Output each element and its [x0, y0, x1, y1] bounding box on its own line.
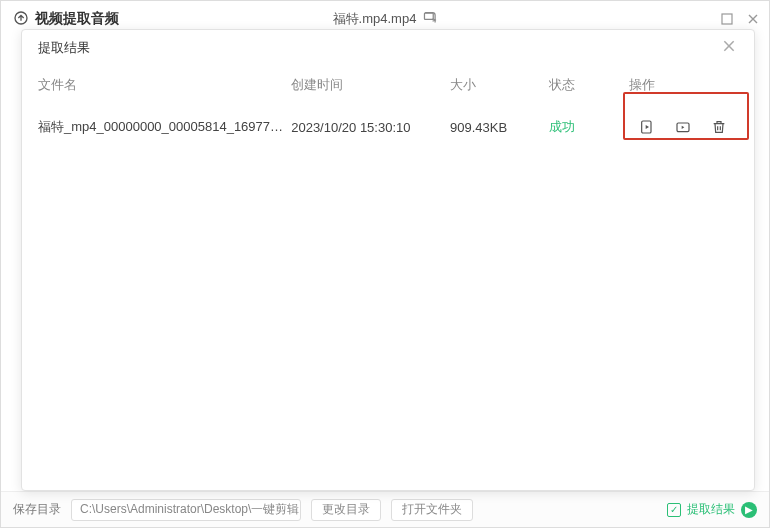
col-header-status: 状态	[549, 76, 628, 94]
cell-time: 2023/10/20 15:30:10	[291, 120, 450, 135]
main-window: 视频提取音频 福特.mp4.mp4 保存目录 C:\Users\Administ…	[0, 0, 770, 528]
cell-status: 成功	[549, 118, 628, 136]
play-file-icon[interactable]	[638, 118, 656, 136]
result-table: 文件名 创建时间 大小 状态 操作 福特_mp4_00000000_000058…	[22, 66, 754, 490]
open-location-icon[interactable]	[674, 118, 692, 136]
table-header-row: 文件名 创建时间 大小 状态 操作	[32, 66, 744, 106]
cell-size: 909.43KB	[450, 120, 549, 135]
col-header-actions: 操作	[629, 76, 738, 94]
delete-icon[interactable]	[710, 118, 728, 136]
cell-actions	[629, 118, 738, 136]
close-icon[interactable]	[722, 39, 736, 57]
modal-title: 提取结果	[38, 39, 90, 57]
extraction-result-modal: 提取结果 文件名 创建时间 大小 状态 操作 福特_mp4_00000000_0…	[21, 29, 755, 491]
col-header-name: 文件名	[38, 76, 291, 94]
col-header-time: 创建时间	[291, 76, 450, 94]
table-row: 福特_mp4_00000000_00005814_1697787... 2023…	[32, 106, 744, 148]
modal-header: 提取结果	[22, 30, 754, 66]
cell-filename: 福特_mp4_00000000_00005814_1697787...	[38, 118, 291, 136]
col-header-size: 大小	[450, 76, 549, 94]
